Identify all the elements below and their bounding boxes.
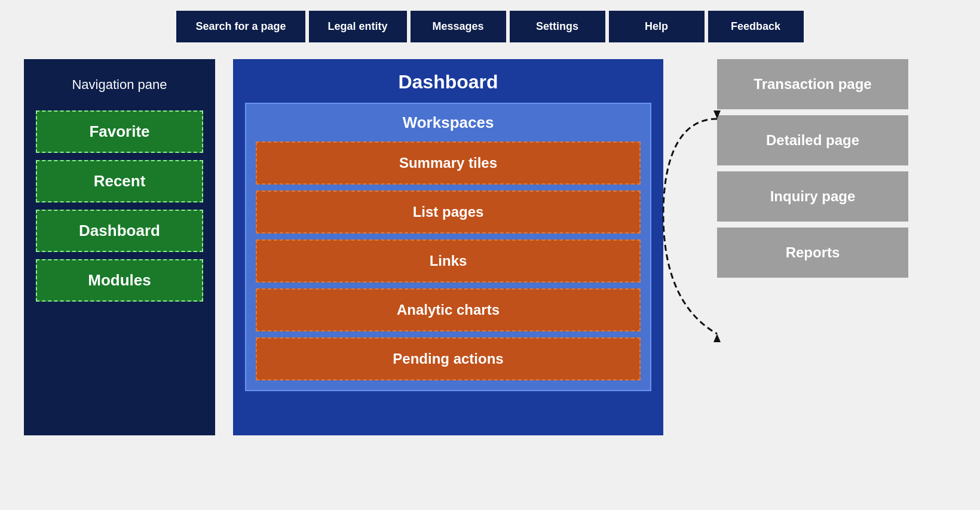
right-item-reports[interactable]: Reports	[717, 228, 908, 278]
svg-marker-1	[713, 334, 721, 342]
nav-legal-entity[interactable]: Legal entity	[309, 11, 407, 42]
workspaces-box: Workspaces Summary tiles List pages Link…	[245, 103, 651, 391]
workspace-links[interactable]: Links	[256, 239, 641, 282]
nav-item-favorite[interactable]: Favorite	[36, 110, 203, 153]
navigation-pane: Navigation pane Favorite Recent Dashboar…	[24, 59, 215, 435]
nav-item-recent[interactable]: Recent	[36, 160, 203, 202]
nav-messages[interactable]: Messages	[411, 11, 506, 42]
workspace-pending-actions[interactable]: Pending actions	[256, 337, 641, 380]
main-content: Navigation pane Favorite Recent Dashboar…	[0, 53, 980, 447]
workspaces-title: Workspaces	[403, 113, 494, 132]
nav-help[interactable]: Help	[609, 11, 705, 42]
top-nav: Search for a page Legal entity Messages …	[0, 0, 980, 53]
workspace-list-pages[interactable]: List pages	[256, 191, 641, 234]
workspace-summary-tiles[interactable]: Summary tiles	[256, 142, 641, 185]
nav-item-modules[interactable]: Modules	[36, 259, 203, 302]
navigation-pane-title: Navigation pane	[72, 77, 167, 93]
nav-feedback[interactable]: Feedback	[708, 11, 804, 42]
right-panels: Transaction page Detailed page Inquiry p…	[717, 59, 908, 284]
dashboard-title: Dashboard	[398, 71, 498, 93]
dashed-connector-arrow	[657, 95, 723, 382]
dashboard-panel: Dashboard Workspaces Summary tiles List …	[233, 59, 663, 435]
right-item-inquiry-page[interactable]: Inquiry page	[717, 171, 908, 222]
nav-settings[interactable]: Settings	[510, 11, 605, 42]
svg-marker-0	[713, 110, 721, 119]
nav-item-dashboard[interactable]: Dashboard	[36, 210, 203, 252]
right-item-transaction-page[interactable]: Transaction page	[717, 59, 908, 109]
workspace-analytic-charts[interactable]: Analytic charts	[256, 288, 641, 331]
nav-search-for-a-page[interactable]: Search for a page	[176, 11, 305, 42]
right-item-detailed-page[interactable]: Detailed page	[717, 115, 908, 165]
